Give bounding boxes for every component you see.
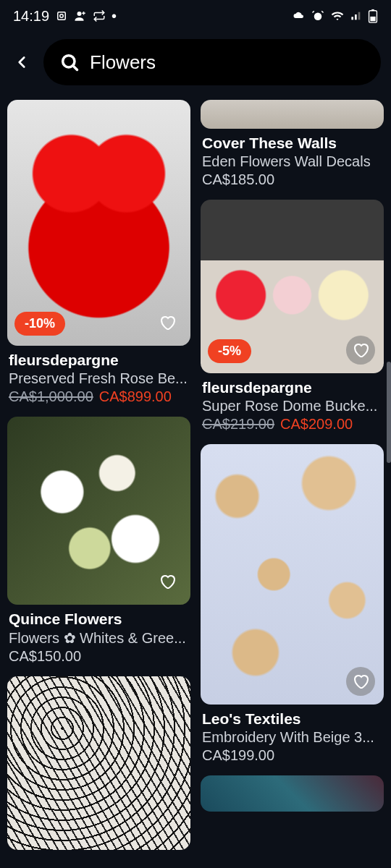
status-time: 14:19	[13, 8, 49, 25]
discount-badge: -10%	[14, 312, 65, 336]
product-thumb[interactable]: -5%	[201, 200, 384, 373]
vendor-name: Quince Flowers	[9, 610, 189, 628]
price-row: CA$199.00	[202, 747, 382, 764]
product-grid: -10% fleursdepargne Preserved Fresh Rose…	[0, 100, 391, 850]
signal-icon	[350, 9, 362, 22]
product-thumb[interactable]	[201, 775, 384, 812]
product-card[interactable]: Cover These Walls Eden Flowers Wall Deca…	[201, 100, 384, 190]
cloud-icon	[293, 9, 306, 22]
product-title: Preserved Fresh Rose Be...	[9, 370, 189, 387]
status-left: 14:19 •	[13, 8, 117, 25]
svg-rect-5	[355, 14, 357, 20]
product-thumb[interactable]	[7, 417, 190, 605]
wifi-icon	[330, 9, 345, 22]
heart-icon	[159, 314, 176, 331]
camera-icon	[55, 9, 68, 22]
product-title: Super Rose Dome Bucke...	[202, 398, 382, 414]
price: CA$185.00	[202, 171, 274, 188]
product-info: Leo's Textiles Embroidery With Beige 3..…	[201, 705, 384, 765]
svg-point-3	[314, 13, 322, 21]
alarm-icon	[311, 9, 324, 22]
add-person-icon	[74, 9, 87, 22]
favorite-button[interactable]	[153, 308, 182, 337]
grid-col-left: -10% fleursdepargne Preserved Fresh Rose…	[7, 100, 190, 850]
product-card[interactable]: -10% fleursdepargne Preserved Fresh Rose…	[7, 100, 190, 407]
product-info: Cover These Walls Eden Flowers Wall Deca…	[201, 129, 384, 190]
product-image	[201, 775, 384, 812]
svg-rect-9	[371, 9, 374, 11]
header	[0, 32, 391, 100]
chevron-left-icon	[12, 53, 31, 72]
discount-badge: -5%	[208, 339, 251, 363]
product-image	[7, 676, 190, 850]
price-old: CA$219.00	[202, 416, 274, 433]
vendor-name: Leo's Textiles	[202, 710, 382, 728]
search-icon	[59, 52, 80, 72]
status-bar: 14:19 •	[0, 0, 391, 32]
svg-point-2	[77, 12, 82, 16]
scroll-indicator[interactable]	[387, 362, 391, 463]
price: CA$199.00	[202, 747, 274, 764]
favorite-button[interactable]	[346, 667, 375, 696]
product-card[interactable]: Leo's Textiles Embroidery With Beige 3..…	[201, 444, 384, 765]
favorite-button[interactable]	[153, 567, 182, 596]
product-info: fleursdepargne Preserved Fresh Rose Be..…	[7, 346, 190, 407]
svg-rect-4	[351, 17, 353, 20]
svg-rect-8	[370, 17, 375, 21]
favorite-button[interactable]	[346, 336, 375, 365]
heart-icon	[159, 573, 176, 590]
product-thumb[interactable]	[7, 676, 190, 850]
product-info: fleursdepargne Super Rose Dome Bucke... …	[201, 373, 384, 434]
product-title: Eden Flowers Wall Decals	[202, 153, 382, 170]
vendor-name: Cover These Walls	[202, 135, 382, 152]
product-image	[201, 444, 384, 705]
price: CA$150.00	[9, 648, 81, 665]
price-new: CA$209.00	[280, 416, 353, 433]
heart-icon	[352, 341, 369, 359]
product-info: Quince Flowers Flowers ✿ Whites & Gree..…	[7, 605, 190, 666]
product-thumb[interactable]: -10%	[7, 100, 190, 346]
product-title: Embroidery With Beige 3...	[202, 729, 382, 746]
search-bar[interactable]	[43, 39, 381, 85]
product-thumb[interactable]	[201, 100, 384, 129]
search-input[interactable]	[90, 51, 365, 74]
product-card[interactable]	[201, 775, 384, 812]
status-dot: •	[112, 8, 117, 25]
product-thumb[interactable]	[201, 444, 384, 705]
battery-icon	[368, 9, 378, 23]
price-new: CA$899.00	[99, 388, 172, 405]
product-card[interactable]	[7, 676, 190, 850]
price-old: CA$1,000.00	[9, 388, 93, 405]
product-card[interactable]: -5% fleursdepargne Super Rose Dome Bucke…	[201, 200, 384, 434]
svg-rect-0	[58, 12, 66, 20]
price-row: CA$185.00	[202, 171, 382, 188]
vendor-name: fleursdepargne	[9, 352, 189, 369]
price-row: CA$219.00 CA$209.00	[202, 416, 382, 433]
heart-icon	[352, 673, 369, 690]
repost-icon	[93, 9, 106, 22]
vendor-name: fleursdepargne	[202, 379, 382, 396]
price-row: CA$150.00	[9, 648, 189, 665]
grid-col-right: Cover These Walls Eden Flowers Wall Deca…	[201, 100, 384, 850]
price-row: CA$1,000.00 CA$899.00	[9, 388, 189, 405]
svg-rect-6	[358, 12, 361, 20]
product-card[interactable]: Quince Flowers Flowers ✿ Whites & Gree..…	[7, 417, 190, 666]
back-button[interactable]	[10, 51, 33, 74]
status-right	[293, 9, 378, 23]
svg-point-1	[60, 14, 64, 18]
product-image	[201, 100, 384, 129]
svg-line-11	[73, 66, 77, 70]
product-title: Flowers ✿ Whites & Gree...	[9, 629, 189, 647]
